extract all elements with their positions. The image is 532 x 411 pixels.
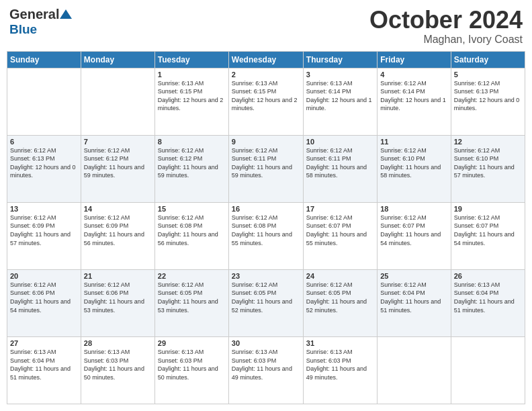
daylight-text: Daylight: 11 hours and 49 minutes. — [232, 365, 300, 381]
daylight-text: Daylight: 11 hours and 51 minutes. — [454, 298, 522, 314]
day-info: Sunrise: 6:13 AMSunset: 6:03 PMDaylight:… — [84, 348, 152, 381]
day-number: 30 — [232, 339, 300, 347]
day-info: Sunrise: 6:12 AMSunset: 6:09 PMDaylight:… — [10, 214, 78, 247]
daylight-text: Daylight: 11 hours and 57 minutes. — [454, 163, 522, 180]
calendar-cell: 24Sunrise: 6:12 AMSunset: 6:05 PMDayligh… — [303, 269, 377, 336]
calendar-cell: 7Sunrise: 6:12 AMSunset: 6:12 PMDaylight… — [81, 135, 154, 202]
day-info: Sunrise: 6:12 AMSunset: 6:07 PMDaylight:… — [454, 214, 522, 247]
day-info: Sunrise: 6:12 AMSunset: 6:07 PMDaylight:… — [306, 214, 374, 247]
sunrise-text: Sunrise: 6:12 AM — [232, 214, 300, 222]
header: General Blue October 2024 Maghan, Ivory … — [7, 7, 525, 46]
sunset-text: Sunset: 6:15 PM — [232, 87, 300, 96]
day-number: 16 — [232, 205, 300, 213]
day-number: 27 — [10, 339, 78, 347]
day-number: 31 — [306, 339, 374, 347]
sunrise-text: Sunrise: 6:12 AM — [158, 214, 226, 222]
day-info: Sunrise: 6:12 AMSunset: 6:06 PMDaylight:… — [10, 281, 78, 314]
sunrise-text: Sunrise: 6:12 AM — [306, 146, 374, 155]
sunrise-text: Sunrise: 6:12 AM — [10, 146, 78, 155]
daylight-text: Daylight: 12 hours and 0 minutes. — [10, 163, 78, 180]
calendar-cell: 20Sunrise: 6:12 AMSunset: 6:06 PMDayligh… — [7, 269, 81, 336]
sunrise-text: Sunrise: 6:12 AM — [454, 79, 522, 88]
sunset-text: Sunset: 6:07 PM — [306, 222, 374, 230]
calendar-cell: 11Sunrise: 6:12 AMSunset: 6:10 PMDayligh… — [378, 135, 451, 202]
calendar-cell: 1Sunrise: 6:13 AMSunset: 6:15 PMDaylight… — [154, 68, 228, 135]
sunset-text: Sunset: 6:10 PM — [454, 154, 522, 163]
sunrise-text: Sunrise: 6:12 AM — [380, 281, 447, 289]
calendar-header-row: Sunday Monday Tuesday Wednesday Thursday… — [7, 51, 525, 68]
day-info: Sunrise: 6:13 AMSunset: 6:03 PMDaylight:… — [158, 348, 226, 381]
day-number: 20 — [10, 272, 78, 280]
day-info: Sunrise: 6:13 AMSunset: 6:15 PMDaylight:… — [232, 79, 300, 113]
daylight-text: Daylight: 11 hours and 59 minutes. — [84, 163, 152, 180]
daylight-text: Daylight: 11 hours and 49 minutes. — [306, 365, 374, 381]
day-number: 6 — [10, 138, 78, 146]
sunset-text: Sunset: 6:07 PM — [454, 222, 522, 230]
calendar-table: Sunday Monday Tuesday Wednesday Thursday… — [7, 51, 525, 404]
calendar-cell: 10Sunrise: 6:12 AMSunset: 6:11 PMDayligh… — [303, 135, 377, 202]
calendar-cell: 29Sunrise: 6:13 AMSunset: 6:03 PMDayligh… — [154, 336, 228, 404]
calendar-cell: 18Sunrise: 6:12 AMSunset: 6:07 PMDayligh… — [378, 202, 451, 269]
day-number: 3 — [306, 71, 374, 79]
calendar-cell: 14Sunrise: 6:12 AMSunset: 6:09 PMDayligh… — [81, 202, 154, 269]
logo-general-text: General — [9, 7, 59, 22]
calendar-cell: 6Sunrise: 6:12 AMSunset: 6:13 PMDaylight… — [7, 135, 81, 202]
page: General Blue October 2024 Maghan, Ivory … — [0, 0, 532, 411]
calendar-week-1: 6Sunrise: 6:12 AMSunset: 6:13 PMDaylight… — [7, 135, 525, 202]
day-number: 14 — [84, 205, 152, 213]
daylight-text: Daylight: 11 hours and 57 minutes. — [10, 230, 78, 247]
sunrise-text: Sunrise: 6:12 AM — [380, 79, 447, 88]
daylight-text: Daylight: 11 hours and 51 minutes. — [380, 298, 447, 314]
sunrise-text: Sunrise: 6:13 AM — [454, 281, 522, 289]
sunrise-text: Sunrise: 6:12 AM — [380, 146, 447, 155]
calendar-cell — [451, 336, 525, 404]
sunset-text: Sunset: 6:03 PM — [84, 357, 152, 365]
calendar-cell: 16Sunrise: 6:12 AMSunset: 6:08 PMDayligh… — [228, 202, 303, 269]
day-number: 24 — [306, 272, 374, 280]
sunrise-text: Sunrise: 6:12 AM — [380, 214, 447, 222]
sunrise-text: Sunrise: 6:13 AM — [158, 348, 226, 357]
day-info: Sunrise: 6:13 AMSunset: 6:15 PMDaylight:… — [158, 79, 226, 113]
daylight-text: Daylight: 12 hours and 0 minutes. — [454, 96, 522, 113]
sunset-text: Sunset: 6:06 PM — [10, 289, 78, 298]
day-info: Sunrise: 6:12 AMSunset: 6:07 PMDaylight:… — [380, 214, 447, 247]
calendar-cell: 3Sunrise: 6:13 AMSunset: 6:14 PMDaylight… — [303, 68, 377, 135]
sunset-text: Sunset: 6:06 PM — [84, 289, 152, 298]
day-info: Sunrise: 6:12 AMSunset: 6:12 PMDaylight:… — [158, 146, 226, 180]
sunset-text: Sunset: 6:09 PM — [10, 222, 78, 230]
day-info: Sunrise: 6:12 AMSunset: 6:08 PMDaylight:… — [232, 214, 300, 247]
sunrise-text: Sunrise: 6:12 AM — [158, 281, 226, 289]
sunset-text: Sunset: 6:08 PM — [158, 222, 226, 230]
sunset-text: Sunset: 6:12 PM — [84, 154, 152, 163]
calendar-cell: 5Sunrise: 6:12 AMSunset: 6:13 PMDaylight… — [451, 68, 525, 135]
daylight-text: Daylight: 11 hours and 53 minutes. — [84, 298, 152, 314]
sunrise-text: Sunrise: 6:12 AM — [158, 146, 226, 155]
sunset-text: Sunset: 6:07 PM — [380, 222, 447, 230]
calendar-cell: 12Sunrise: 6:12 AMSunset: 6:10 PMDayligh… — [451, 135, 525, 202]
day-info: Sunrise: 6:13 AMSunset: 6:04 PMDaylight:… — [454, 281, 522, 314]
daylight-text: Daylight: 11 hours and 59 minutes. — [158, 163, 226, 180]
sunrise-text: Sunrise: 6:12 AM — [84, 214, 152, 222]
daylight-text: Daylight: 12 hours and 2 minutes. — [232, 96, 300, 113]
day-info: Sunrise: 6:12 AMSunset: 6:11 PMDaylight:… — [306, 146, 374, 180]
sunset-text: Sunset: 6:03 PM — [158, 357, 226, 365]
sunrise-text: Sunrise: 6:13 AM — [158, 79, 226, 88]
calendar-cell: 26Sunrise: 6:13 AMSunset: 6:04 PMDayligh… — [451, 269, 525, 336]
calendar-cell: 23Sunrise: 6:12 AMSunset: 6:05 PMDayligh… — [228, 269, 303, 336]
daylight-text: Daylight: 11 hours and 54 minutes. — [454, 230, 522, 247]
month-title: October 2024 — [369, 7, 523, 34]
calendar-cell: 21Sunrise: 6:12 AMSunset: 6:06 PMDayligh… — [81, 269, 154, 336]
day-number: 8 — [158, 138, 226, 146]
calendar-cell: 13Sunrise: 6:12 AMSunset: 6:09 PMDayligh… — [7, 202, 81, 269]
sunrise-text: Sunrise: 6:12 AM — [306, 281, 374, 289]
sunrise-text: Sunrise: 6:12 AM — [306, 214, 374, 222]
day-number: 26 — [454, 272, 522, 280]
day-number: 19 — [454, 205, 522, 213]
sunset-text: Sunset: 6:14 PM — [380, 87, 447, 96]
daylight-text: Daylight: 11 hours and 58 minutes. — [306, 163, 374, 180]
calendar-cell: 31Sunrise: 6:13 AMSunset: 6:03 PMDayligh… — [303, 336, 377, 404]
day-number: 7 — [84, 138, 152, 146]
sunrise-text: Sunrise: 6:13 AM — [232, 348, 300, 357]
sunset-text: Sunset: 6:04 PM — [10, 357, 78, 365]
col-monday: Monday — [81, 51, 154, 68]
